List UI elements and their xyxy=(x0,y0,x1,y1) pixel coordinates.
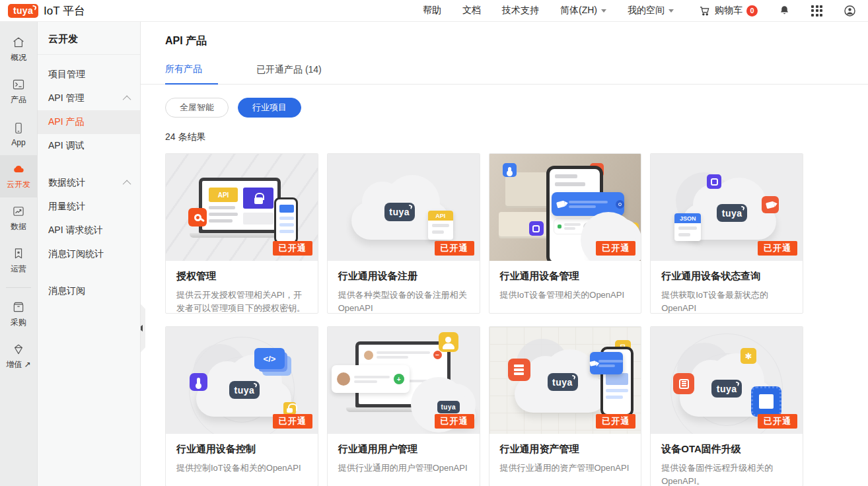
status-badge: 已开通 xyxy=(435,414,474,429)
bookmark-star-icon xyxy=(12,247,25,260)
notifications-button[interactable] xyxy=(779,5,790,17)
json-doc-icon: JSON xyxy=(674,213,701,241)
secondary-sidebar: 云开发 项目管理 API 管理 API 产品 API 调试 数据统计 用量统计 xyxy=(38,22,141,486)
sidebar-item-api-products[interactable]: API 产品 xyxy=(38,110,140,134)
rail-label: App xyxy=(11,138,25,147)
card-title: 行业通用设备管理 xyxy=(500,270,631,283)
card-description: 提供获取IoT设备最新状态的OpenAPI xyxy=(661,289,792,314)
tab-bar: 所有产品 已开通产品 (14) xyxy=(141,63,868,85)
tuya-logo-chip: tuya xyxy=(548,373,578,391)
sidebar-collapse-handle[interactable] xyxy=(141,300,145,357)
status-badge: 已开通 xyxy=(596,241,635,256)
account-button[interactable] xyxy=(844,5,856,17)
rail-item-products[interactable]: 产品 xyxy=(0,71,37,113)
tuya-logo-chip: tuya xyxy=(384,203,415,221)
product-card-ota-firmware[interactable]: tuya ✱ 已开通 设备OTA固件升级 提供设备固件远程升级相关的OpenAP… xyxy=(650,326,803,486)
cloud-icon xyxy=(11,162,26,176)
sidebar-item-data-stats[interactable]: 数据统计 xyxy=(38,171,140,195)
status-badge: 已开通 xyxy=(435,241,474,256)
tuya-logo-chip: tuya xyxy=(711,380,742,398)
rail-item-purchase[interactable]: 采购 xyxy=(0,293,37,335)
product-card-device-control[interactable]: tuya </> 已开通 行业通用设备控制 提供控制IoT设备相关的OpenAP… xyxy=(165,326,318,486)
gear-glyph: ✱ xyxy=(745,351,752,361)
product-card-authorization[interactable]: API xyxy=(165,153,318,314)
apps-menu-button[interactable] xyxy=(811,5,822,17)
rail-label: 增值 ↗ xyxy=(6,359,30,370)
add-user-icon xyxy=(439,332,458,352)
status-badge: 已开通 xyxy=(273,414,312,429)
gear-icon: ✱ xyxy=(741,348,756,364)
sidebar-item-message-subscription[interactable]: 消息订阅 xyxy=(38,279,140,303)
card-description: 提供设备固件远程升级相关的OpenAPI。 xyxy=(661,462,792,486)
status-badge: 已开通 xyxy=(758,414,797,429)
product-card-device-management[interactable]: 已开通 行业通用设备管理 提供IoT设备管理相关的OpenAPI xyxy=(489,153,642,314)
sidebar-item-message-sub-stats[interactable]: 消息订阅统计 xyxy=(38,242,140,266)
filter-bar: 全屋智能 行业项目 xyxy=(165,98,844,118)
tuya-label: tuya xyxy=(441,403,456,411)
lock-icon xyxy=(243,188,273,209)
nav-help[interactable]: 帮助 xyxy=(423,5,441,17)
json-label: JSON xyxy=(680,215,696,222)
rail-item-cloud-dev[interactable]: 云开发 xyxy=(0,155,37,197)
rail-item-app[interactable]: App xyxy=(0,113,37,155)
padlock-icon xyxy=(283,402,296,415)
sidebar-item-label: 数据统计 xyxy=(48,177,85,189)
my-space-selector[interactable]: 我的空间 xyxy=(628,5,674,17)
product-card-device-registration[interactable]: tuya API 已开通 行业通用设备注册 提供各种类型设备的设备注册相关Ope… xyxy=(327,153,480,314)
scanner-icon xyxy=(529,221,544,236)
product-card-device-status-query[interactable]: tuya JSON 已开通 行业通用设备状态查询 提供获取IoT设备最新状态的O… xyxy=(650,153,803,314)
firmware-icon xyxy=(673,373,694,394)
layers-icon xyxy=(508,359,530,381)
main-content: API 产品 所有产品 已开通产品 (14) 全屋智能 行业项目 24 条结果 … xyxy=(141,22,868,486)
tuya-label: tuya xyxy=(552,377,573,388)
card-description: 提供行业通用的资产管理OpenAPI xyxy=(500,462,631,475)
rail-item-overview[interactable]: 概况 xyxy=(0,28,37,71)
card-description: 提供云开发授权管理相关API，开发者可以管理项目下的授权密钥。 xyxy=(176,289,307,314)
tuya-label: tuya xyxy=(389,207,410,217)
product-card-grid: API xyxy=(165,153,803,486)
filter-smart-home[interactable]: 全屋智能 xyxy=(165,98,229,118)
sidebar-item-project-mgmt[interactable]: 项目管理 xyxy=(38,63,140,87)
result-count: 24 条结果 xyxy=(165,131,844,143)
product-card-user-management[interactable]: − ✓ + tuya xyxy=(327,326,480,486)
sidebar-item-api-request-stats[interactable]: API 请求统计 xyxy=(38,219,140,242)
chevron-up-icon xyxy=(123,180,131,188)
card-illustration: tuya 品 已开通 xyxy=(489,327,641,434)
nav-support[interactable]: 技术支持 xyxy=(502,5,539,17)
language-selector[interactable]: 简体(ZH) xyxy=(560,5,606,17)
tab-activated-products[interactable]: 已开通产品 (14) xyxy=(256,64,322,84)
sidebar-item-api-debug[interactable]: API 调试 xyxy=(38,134,140,158)
sidebar-item-usage-stats[interactable]: 用量统计 xyxy=(38,195,140,219)
card-title: 授权管理 xyxy=(176,270,307,283)
filter-industry-project[interactable]: 行业项目 xyxy=(238,98,301,118)
product-card-asset-management[interactable]: tuya 品 已开通 xyxy=(489,326,642,486)
card-illustration: − ✓ + tuya xyxy=(328,327,480,434)
sidebar-item-label: API 管理 xyxy=(48,92,84,104)
status-badge: 已开通 xyxy=(596,414,635,429)
api-label: API xyxy=(435,213,445,219)
primary-sidebar: 概况 产品 App 云开发 数据 xyxy=(0,22,38,486)
rail-item-operations[interactable]: 运营 xyxy=(0,240,37,282)
sidebar-item-label: API 请求统计 xyxy=(48,225,102,236)
sidebar-item-label: 消息订阅统计 xyxy=(48,248,104,260)
card-title: 行业通用设备控制 xyxy=(176,443,307,456)
rail-label: 云开发 xyxy=(7,179,30,190)
cart-button[interactable]: 购物车 0 xyxy=(699,5,758,17)
rail-item-data[interactable]: 数据 xyxy=(0,197,37,240)
page-title: API 产品 xyxy=(165,22,844,48)
cart-icon xyxy=(699,5,711,17)
chip-icon xyxy=(751,386,781,417)
tuya-logo[interactable]: tuya xyxy=(8,4,38,18)
sidebar-item-api-mgmt[interactable]: API 管理 xyxy=(38,87,140,110)
tab-all-products[interactable]: 所有产品 xyxy=(165,63,218,85)
cart-label: 购物车 xyxy=(715,5,742,17)
card-title: 行业通用资产管理 xyxy=(500,443,631,456)
api-label: API xyxy=(218,191,229,199)
rail-item-value-added[interactable]: 增值 ↗ xyxy=(0,335,37,378)
tuya-label: tuya xyxy=(235,385,255,396)
nav-docs[interactable]: 文档 xyxy=(462,5,481,17)
gem-icon xyxy=(12,343,25,356)
code-icon: </> xyxy=(254,348,285,369)
chevron-up-icon xyxy=(123,95,131,104)
sidebar-item-label: API 调试 xyxy=(48,140,84,152)
